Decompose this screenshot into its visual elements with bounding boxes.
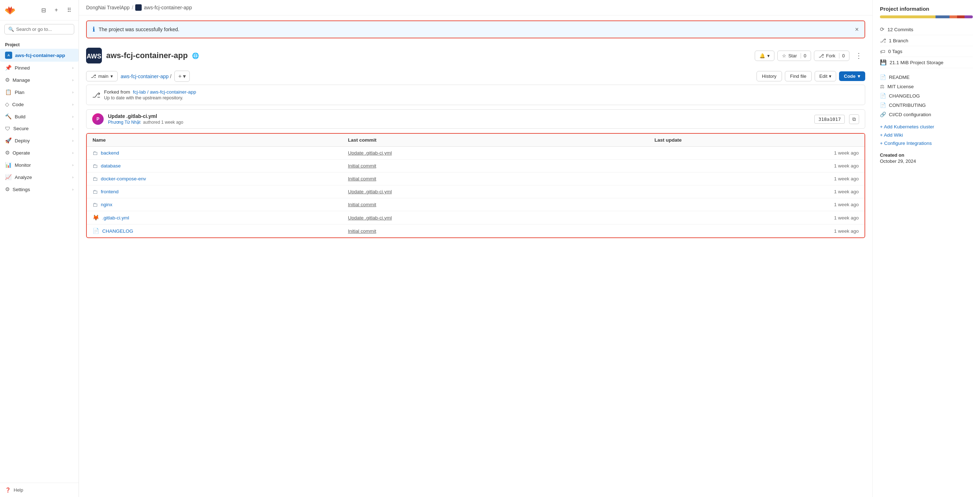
file-list-link[interactable]: README: [889, 75, 910, 80]
file-link[interactable]: CHANGELOG: [102, 229, 133, 234]
star-icon: ☆: [782, 53, 786, 59]
commit-msg-link[interactable]: Update .gitlab-ci.yml: [348, 150, 392, 156]
sidebar-item-analyze[interactable]: 📈 Analyze ›: [0, 171, 78, 183]
pin-icon: 📌: [5, 65, 12, 71]
breadcrumb-parent[interactable]: DongNai TravelApp: [86, 5, 129, 10]
breadcrumb-current: aws-fcj-container-app: [135, 4, 192, 11]
help-link[interactable]: ❓ Help: [0, 483, 78, 497]
file-list-link[interactable]: CI/CD configuration: [889, 112, 931, 117]
sidebar-item-project[interactable]: A aws-fcj-container-app: [0, 49, 78, 62]
alert-close-button[interactable]: ×: [855, 26, 859, 33]
table-row[interactable]: 🗀 nginx Initial commit 1 week ago: [87, 198, 864, 211]
add-link[interactable]: + Configure Integrations: [880, 139, 973, 148]
table-row[interactable]: 🗀 frontend Update .gitlab-ci.yml 1 week …: [87, 186, 864, 198]
file-list-item[interactable]: ⚖MIT License: [880, 82, 973, 91]
stat-item[interactable]: ⎇1 Branch: [880, 35, 973, 46]
created-date: October 29, 2024: [880, 159, 973, 164]
commit-msg-link[interactable]: Initial commit: [348, 202, 376, 207]
file-link[interactable]: database: [101, 163, 121, 168]
sidebar-item-monitor[interactable]: 📊 Monitor ›: [0, 159, 78, 171]
sidebar-grid-button[interactable]: ⠿: [64, 5, 74, 15]
table-row[interactable]: 📄 CHANGELOG Initial commit 1 week ago: [87, 224, 864, 237]
file-link[interactable]: nginx: [101, 202, 112, 207]
project-square-icon: [135, 4, 142, 11]
file-list-icon: 📄: [880, 102, 886, 108]
file-list-link[interactable]: CHANGELOG: [889, 93, 920, 98]
chevron-icon: ›: [72, 66, 73, 70]
commit-msg-cell: Update .gitlab-ci.yml: [348, 150, 654, 156]
history-button[interactable]: History: [757, 71, 782, 81]
file-list-item[interactable]: 🔗CI/CD configuration: [880, 110, 973, 119]
commit-msg-cell: Initial commit: [348, 202, 654, 207]
sidebar-item-secure[interactable]: 🛡 Secure ›: [0, 123, 78, 135]
sidebar-item-manage[interactable]: ⚙ Manage ›: [0, 74, 78, 86]
sidebar-item-plan[interactable]: 📋 Plan ›: [0, 86, 78, 98]
sidebar-new-button[interactable]: +: [51, 5, 61, 15]
repo-toolbar: ⎇ main ▾ aws-fcj-container-app / + ▾ His…: [79, 68, 872, 85]
chevron-down-icon: ▾: [110, 73, 113, 79]
sidebar-item-build[interactable]: 🔨 Build ›: [0, 110, 78, 123]
sidebar-item-operate[interactable]: ⚙ Operate ›: [0, 147, 78, 159]
stat-label: 12 Commits: [888, 27, 913, 32]
star-button[interactable]: ☆ Star 0: [777, 51, 811, 61]
code-button[interactable]: Code ▾: [839, 71, 865, 81]
branch-icon: ⎇: [91, 73, 96, 79]
path-link[interactable]: aws-fcj-container-app: [121, 73, 169, 79]
sidebar-item-pinned[interactable]: 📌 Pinned ›: [0, 62, 78, 74]
commit-msg-link[interactable]: Initial commit: [348, 176, 376, 181]
add-link[interactable]: + Add Wiki: [880, 131, 973, 139]
stat-item[interactable]: 🏷0 Tags: [880, 46, 973, 57]
table-row[interactable]: 🗀 database Initial commit 1 week ago: [87, 160, 864, 173]
commit-msg-link[interactable]: Update .gitlab-ci.yml: [348, 189, 392, 194]
commit-msg-link[interactable]: Initial commit: [348, 229, 376, 234]
breadcrumb-current-name: aws-fcj-container-app: [144, 5, 192, 10]
commit-author-link[interactable]: Phương Từ Nhật: [108, 120, 140, 125]
last-update-cell: 1 week ago: [654, 215, 859, 221]
fork-source-link[interactable]: fcj-lab / aws-fcj-container-app: [133, 89, 196, 95]
file-list-item[interactable]: 📄README: [880, 72, 973, 82]
file-list-link[interactable]: CONTRIBUTING: [889, 103, 926, 108]
sidebar-item-code[interactable]: ◇ Code ›: [0, 98, 78, 110]
fork-sub-text: Up to date with the upstream repository.: [104, 95, 196, 100]
breadcrumb-separator: /: [132, 5, 133, 10]
add-file-button[interactable]: + ▾: [174, 71, 190, 82]
branch-selector[interactable]: ⎇ main ▾: [86, 71, 118, 81]
table-row[interactable]: 🦊 .gitlab-ci.yml Update .gitlab-ci.yml 1…: [87, 211, 864, 224]
find-file-button[interactable]: Find file: [785, 71, 812, 81]
col-name: Name: [92, 137, 348, 143]
stat-item[interactable]: 💾21.1 MiB Project Storage: [880, 57, 973, 68]
file-link[interactable]: docker-compose-env: [101, 176, 146, 181]
build-icon: 🔨: [5, 113, 12, 120]
add-link[interactable]: + Add Kubernetes cluster: [880, 123, 973, 131]
commit-hash-button[interactable]: 318a1017: [814, 115, 845, 124]
search-box[interactable]: 🔍 Search or go to...: [4, 24, 74, 35]
table-row[interactable]: 🗀 docker-compose-env Initial commit 1 we…: [87, 173, 864, 186]
stat-item[interactable]: ⟳12 Commits: [880, 24, 973, 35]
stat-icon: ⟳: [880, 26, 885, 33]
file-list-icon: ⚖: [880, 84, 885, 89]
table-row[interactable]: 🗀 backend Update .gitlab-ci.yml 1 week a…: [87, 147, 864, 160]
file-list-item[interactable]: 📄CHANGELOG: [880, 91, 973, 100]
sidebar-item-settings[interactable]: ⚙ Settings ›: [0, 183, 78, 195]
more-options-button[interactable]: ⋮: [852, 50, 865, 61]
copy-hash-button[interactable]: ⧉: [849, 114, 859, 124]
gitlab-icon: 🦊: [92, 214, 99, 221]
notification-button[interactable]: 🔔 ▾: [755, 51, 775, 61]
commit-msg-link[interactable]: Update .gitlab-ci.yml: [348, 215, 392, 221]
file-list-link[interactable]: MIT License: [888, 84, 914, 89]
file-link[interactable]: backend: [101, 150, 119, 156]
code-icon: ◇: [5, 101, 10, 108]
commit-msg-link[interactable]: Initial commit: [348, 163, 376, 168]
sidebar-item-deploy[interactable]: 🚀 Deploy ›: [0, 135, 78, 147]
lang-segment: [950, 16, 957, 18]
file-link[interactable]: frontend: [101, 189, 119, 194]
edit-button[interactable]: Edit ▾: [815, 71, 836, 81]
file-link[interactable]: .gitlab-ci.yml: [102, 215, 129, 221]
file-list-item[interactable]: 📄CONTRIBUTING: [880, 100, 973, 110]
last-update-cell: 1 week ago: [654, 176, 859, 181]
sidebar-panel-toggle[interactable]: ⊟: [38, 5, 48, 15]
bell-icon: 🔔: [759, 53, 765, 59]
project-icon: A: [5, 52, 12, 59]
plan-icon: 📋: [5, 89, 12, 95]
fork-button[interactable]: ⎇ Fork 0: [814, 51, 850, 61]
